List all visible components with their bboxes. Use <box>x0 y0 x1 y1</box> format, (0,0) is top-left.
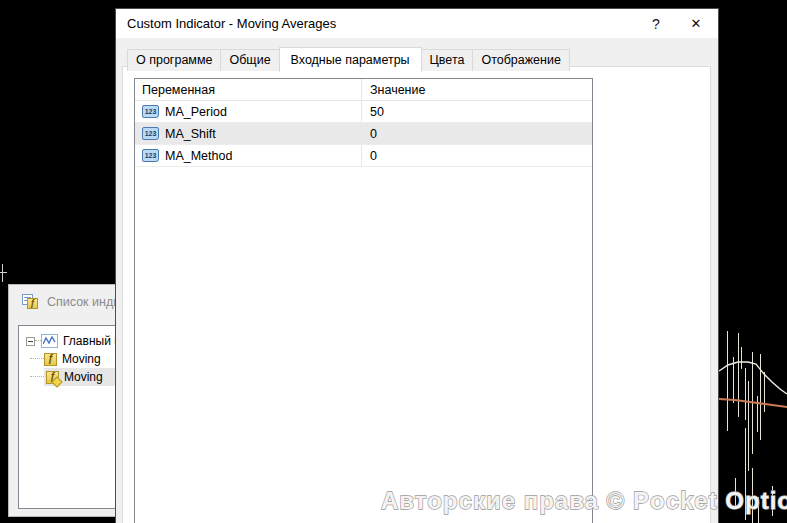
chart-window-icon <box>41 334 58 348</box>
dialog-title: Custom Indicator - Moving Averages <box>116 16 636 31</box>
integer-parameter-icon: 123 <box>142 105 159 118</box>
custom-indicator-dialog: Custom Indicator - Moving Averages ? ✕ О… <box>115 8 719 523</box>
tab-visualization[interactable]: Отображение <box>472 49 569 71</box>
indicator-list-icon: ƒ <box>22 294 40 310</box>
parameter-value[interactable]: 0 <box>362 145 592 166</box>
table-row[interactable]: 123 MA_Method 0 <box>135 145 592 167</box>
table-row-selected[interactable]: 123 MA_Shift 0 <box>135 123 592 145</box>
tab-common[interactable]: Общие <box>220 49 279 71</box>
tree-item-label: Главный п <box>63 334 121 348</box>
custom-indicator-function-icon: ƒ <box>46 371 59 384</box>
tab-colors[interactable]: Цвета <box>421 49 474 71</box>
dialog-titlebar[interactable]: Custom Indicator - Moving Averages ? ✕ <box>116 9 718 38</box>
parameter-name: MA_Method <box>165 149 232 163</box>
tree-collapse-icon[interactable] <box>26 337 35 346</box>
broker-watermark: Авторские права © Pocket Option <box>381 487 787 515</box>
close-icon[interactable]: ✕ <box>676 9 716 38</box>
integer-parameter-icon: 123 <box>142 149 159 162</box>
tab-about[interactable]: О программе <box>127 49 221 71</box>
help-button[interactable]: ? <box>636 9 676 38</box>
parameter-name: MA_Period <box>165 105 227 119</box>
integer-parameter-icon: 123 <box>142 127 159 140</box>
indicator-function-icon: ƒ <box>44 353 57 366</box>
inputs-tab-page: Переменная Значение 123 MA_Period 50 123… <box>122 66 711 523</box>
parameters-table[interactable]: Переменная Значение 123 MA_Period 50 123… <box>134 78 593 523</box>
tab-inputs[interactable]: Входные параметры <box>279 47 422 72</box>
parameter-value[interactable]: 0 <box>362 123 592 144</box>
table-header-row: Переменная Значение <box>135 79 592 101</box>
tree-item-label: Moving <box>62 352 101 366</box>
column-header-variable[interactable]: Переменная <box>135 79 362 100</box>
tree-item-label: Moving <box>64 370 103 384</box>
table-row[interactable]: 123 MA_Period 50 <box>135 101 592 123</box>
column-header-value[interactable]: Значение <box>362 79 592 100</box>
dialog-tabs: О программе Общие Входные параметры Цвет… <box>127 46 569 71</box>
parameter-name: MA_Shift <box>165 127 216 141</box>
parameter-value[interactable]: 50 <box>362 101 592 122</box>
